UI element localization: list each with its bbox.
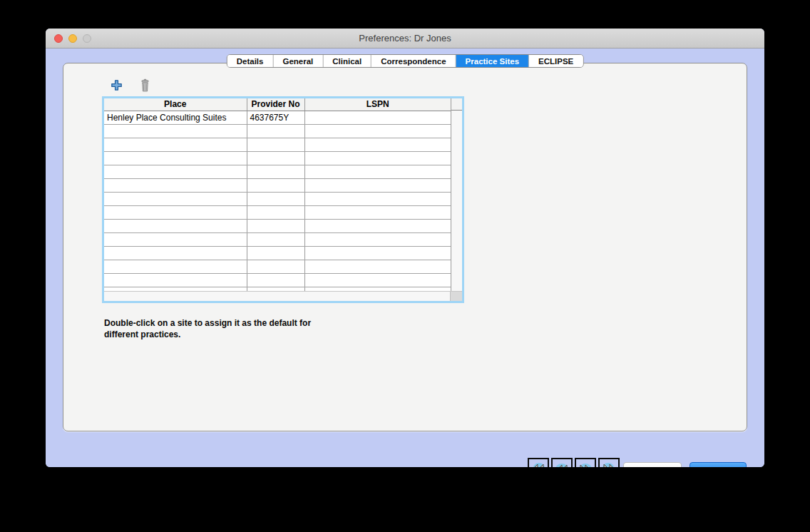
trash-icon: [139, 78, 151, 95]
table-cell-lspn[interactable]: [304, 111, 451, 124]
table-row-empty[interactable]: [104, 219, 451, 232]
table-row-empty[interactable]: [104, 260, 451, 273]
plus-icon: [110, 78, 123, 94]
tab-correspondence[interactable]: Correspondence: [371, 55, 456, 67]
default-site-hint: Double-click on a site to assign it as t…: [104, 317, 347, 340]
horizontal-scrollbar[interactable]: [104, 291, 462, 301]
tab-bar: Details General Clinical Correspondence …: [227, 54, 584, 68]
save-button[interactable]: Save: [689, 462, 747, 467]
previous-record-icon: [553, 461, 570, 467]
tab-clinical[interactable]: Clinical: [323, 55, 371, 67]
table-row-empty[interactable]: [104, 151, 451, 165]
table-row-empty[interactable]: [104, 246, 451, 260]
table-row-empty[interactable]: [104, 178, 451, 192]
window-title: Preferences: Dr Jones: [46, 29, 764, 48]
sites-toolbar: [109, 79, 152, 93]
table-header-row: Place Provider No LSPN: [104, 98, 451, 111]
previous-record-button[interactable]: [551, 458, 573, 467]
table-row-empty[interactable]: [104, 165, 451, 178]
tab-general[interactable]: General: [273, 55, 323, 67]
zoom-button[interactable]: [83, 34, 91, 43]
table-row-empty[interactable]: [104, 232, 451, 246]
table-scroll-area: Place Provider No LSPN Henley Place Cons…: [104, 98, 462, 291]
desktop-background: Preferences: Dr Jones Details General Cl…: [0, 0, 810, 532]
tab-eclipse[interactable]: ECLIPSE: [529, 55, 583, 67]
column-header-place: Place: [104, 98, 247, 111]
record-navigation: [528, 458, 620, 467]
table-row-empty[interactable]: [104, 138, 451, 151]
minimize-button[interactable]: [68, 34, 77, 43]
next-record-icon: [577, 461, 594, 467]
table-row-empty[interactable]: [104, 273, 451, 287]
preferences-window: Preferences: Dr Jones Details General Cl…: [46, 29, 764, 467]
scrollbar-header-cap: [451, 98, 462, 111]
last-record-button[interactable]: [598, 458, 620, 467]
first-record-icon: [530, 461, 547, 467]
next-record-button[interactable]: [575, 458, 596, 467]
table-row-empty[interactable]: [104, 205, 451, 219]
table-cell-place[interactable]: Henley Place Consulting Suites: [104, 111, 247, 124]
close-button[interactable]: [54, 34, 63, 43]
add-site-button[interactable]: [109, 79, 123, 93]
tab-details[interactable]: Details: [227, 55, 274, 67]
column-header-lspn: LSPN: [304, 98, 451, 111]
table-cell-provider-no[interactable]: 4637675Y: [247, 111, 304, 124]
window-controls: [54, 34, 91, 43]
practice-sites-table: Place Provider No LSPN Henley Place Cons…: [102, 96, 464, 303]
table-row-empty[interactable]: [104, 192, 451, 205]
cancel-button[interactable]: Cancel: [623, 462, 682, 467]
window-body: Details General Clinical Correspondence …: [46, 48, 764, 467]
first-record-button[interactable]: [528, 458, 549, 467]
column-header-provider-no: Provider No: [247, 98, 304, 111]
tab-practice-sites[interactable]: Practice Sites: [456, 55, 529, 67]
table-row-empty[interactable]: [104, 124, 451, 138]
table-row[interactable]: Henley Place Consulting Suites 4637675Y: [104, 111, 451, 124]
practice-sites-panel: Place Provider No LSPN Henley Place Cons…: [63, 63, 747, 431]
delete-site-button[interactable]: [138, 79, 152, 93]
last-record-icon: [600, 461, 617, 467]
table-grid: Place Provider No LSPN Henley Place Cons…: [104, 98, 451, 291]
scrollbar-corner: [450, 292, 462, 301]
titlebar: Preferences: Dr Jones: [46, 29, 764, 48]
vertical-scrollbar[interactable]: [451, 98, 462, 291]
